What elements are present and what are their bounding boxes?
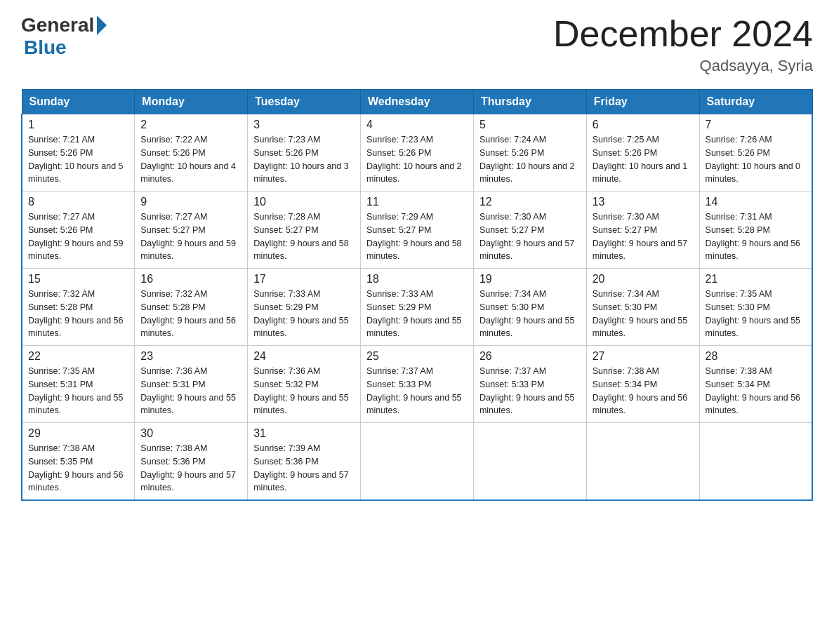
calendar-cell: 28Sunrise: 7:38 AMSunset: 5:34 PMDayligh… xyxy=(699,346,812,423)
day-info: Sunrise: 7:32 AMSunset: 5:28 PMDaylight:… xyxy=(28,288,128,340)
day-number: 25 xyxy=(366,350,468,363)
week-row-5: 29Sunrise: 7:38 AMSunset: 5:35 PMDayligh… xyxy=(22,423,812,500)
week-row-3: 15Sunrise: 7:32 AMSunset: 5:28 PMDayligh… xyxy=(22,269,812,346)
day-info: Sunrise: 7:23 AMSunset: 5:26 PMDaylight:… xyxy=(366,133,468,186)
calendar-cell: 17Sunrise: 7:33 AMSunset: 5:29 PMDayligh… xyxy=(248,269,361,346)
day-info: Sunrise: 7:26 AMSunset: 5:26 PMDaylight:… xyxy=(706,133,806,186)
day-number: 5 xyxy=(479,119,581,131)
day-header-wednesday: Wednesday xyxy=(361,90,474,114)
day-number: 24 xyxy=(253,350,355,363)
week-row-1: 1Sunrise: 7:21 AMSunset: 5:26 PMDaylight… xyxy=(22,114,812,192)
calendar-table: SundayMondayTuesdayWednesdayThursdayFrid… xyxy=(21,89,813,501)
day-info: Sunrise: 7:28 AMSunset: 5:27 PMDaylight:… xyxy=(253,210,355,263)
day-number: 6 xyxy=(593,119,694,131)
calendar-cell: 1Sunrise: 7:21 AMSunset: 5:26 PMDaylight… xyxy=(22,114,135,192)
day-number: 8 xyxy=(28,196,128,208)
day-number: 17 xyxy=(253,273,355,286)
day-header-friday: Friday xyxy=(586,90,699,114)
day-number: 20 xyxy=(593,273,694,286)
day-info: Sunrise: 7:22 AMSunset: 5:26 PMDaylight:… xyxy=(140,133,241,186)
week-row-2: 8Sunrise: 7:27 AMSunset: 5:26 PMDaylight… xyxy=(22,192,812,269)
title-section: December 2024 Qadsayya, Syria xyxy=(553,14,813,75)
day-number: 19 xyxy=(479,273,581,286)
calendar-cell xyxy=(586,423,699,500)
calendar-cell: 19Sunrise: 7:34 AMSunset: 5:30 PMDayligh… xyxy=(473,269,586,346)
day-info: Sunrise: 7:21 AMSunset: 5:26 PMDaylight:… xyxy=(28,133,128,186)
day-info: Sunrise: 7:35 AMSunset: 5:30 PMDaylight:… xyxy=(706,288,806,340)
day-info: Sunrise: 7:39 AMSunset: 5:36 PMDaylight:… xyxy=(253,442,355,495)
calendar-cell: 4Sunrise: 7:23 AMSunset: 5:26 PMDaylight… xyxy=(361,114,474,192)
day-number: 13 xyxy=(593,196,694,208)
calendar-cell: 23Sunrise: 7:36 AMSunset: 5:31 PMDayligh… xyxy=(135,346,248,423)
day-info: Sunrise: 7:33 AMSunset: 5:29 PMDaylight:… xyxy=(366,288,468,340)
calendar-cell: 25Sunrise: 7:37 AMSunset: 5:33 PMDayligh… xyxy=(361,346,474,423)
calendar-cell: 22Sunrise: 7:35 AMSunset: 5:31 PMDayligh… xyxy=(22,346,135,423)
day-info: Sunrise: 7:37 AMSunset: 5:33 PMDaylight:… xyxy=(479,365,581,417)
day-info: Sunrise: 7:23 AMSunset: 5:26 PMDaylight:… xyxy=(253,133,355,186)
day-number: 29 xyxy=(28,427,128,440)
day-info: Sunrise: 7:34 AMSunset: 5:30 PMDaylight:… xyxy=(593,288,694,340)
day-header-thursday: Thursday xyxy=(473,90,586,114)
calendar-header: SundayMondayTuesdayWednesdayThursdayFrid… xyxy=(22,90,812,114)
calendar-cell: 7Sunrise: 7:26 AMSunset: 5:26 PMDaylight… xyxy=(699,114,812,192)
day-header-sunday: Sunday xyxy=(22,90,135,114)
calendar-cell: 2Sunrise: 7:22 AMSunset: 5:26 PMDaylight… xyxy=(135,114,248,192)
day-info: Sunrise: 7:36 AMSunset: 5:31 PMDaylight:… xyxy=(140,365,241,417)
day-number: 31 xyxy=(253,427,355,440)
day-number: 28 xyxy=(706,350,806,363)
day-info: Sunrise: 7:29 AMSunset: 5:27 PMDaylight:… xyxy=(366,210,468,263)
calendar-cell: 29Sunrise: 7:38 AMSunset: 5:35 PMDayligh… xyxy=(22,423,135,500)
day-number: 18 xyxy=(366,273,468,286)
day-info: Sunrise: 7:36 AMSunset: 5:32 PMDaylight:… xyxy=(253,365,355,417)
day-header-tuesday: Tuesday xyxy=(248,90,361,114)
calendar-cell: 16Sunrise: 7:32 AMSunset: 5:28 PMDayligh… xyxy=(135,269,248,346)
day-info: Sunrise: 7:35 AMSunset: 5:31 PMDaylight:… xyxy=(28,365,128,417)
day-number: 26 xyxy=(479,350,581,363)
day-number: 3 xyxy=(253,119,355,131)
month-title: December 2024 xyxy=(553,14,813,54)
calendar-cell: 5Sunrise: 7:24 AMSunset: 5:26 PMDaylight… xyxy=(473,114,586,192)
day-number: 11 xyxy=(366,196,468,208)
day-info: Sunrise: 7:38 AMSunset: 5:34 PMDaylight:… xyxy=(593,365,694,417)
day-number: 14 xyxy=(706,196,806,208)
day-info: Sunrise: 7:38 AMSunset: 5:36 PMDaylight:… xyxy=(140,442,241,495)
calendar-cell: 27Sunrise: 7:38 AMSunset: 5:34 PMDayligh… xyxy=(586,346,699,423)
calendar-cell xyxy=(699,423,812,500)
day-info: Sunrise: 7:24 AMSunset: 5:26 PMDaylight:… xyxy=(479,133,581,186)
logo-general-text: General xyxy=(21,14,94,36)
day-number: 4 xyxy=(366,119,468,131)
logo: General Blue xyxy=(21,14,107,59)
calendar-cell: 6Sunrise: 7:25 AMSunset: 5:26 PMDaylight… xyxy=(586,114,699,192)
calendar-cell: 21Sunrise: 7:35 AMSunset: 5:30 PMDayligh… xyxy=(699,269,812,346)
calendar-cell: 26Sunrise: 7:37 AMSunset: 5:33 PMDayligh… xyxy=(473,346,586,423)
day-number: 30 xyxy=(140,427,241,440)
calendar-cell: 30Sunrise: 7:38 AMSunset: 5:36 PMDayligh… xyxy=(135,423,248,500)
day-number: 15 xyxy=(28,273,128,286)
day-number: 21 xyxy=(706,273,806,286)
day-info: Sunrise: 7:38 AMSunset: 5:35 PMDaylight:… xyxy=(28,442,128,495)
logo-arrow-icon xyxy=(97,15,107,35)
calendar-cell: 8Sunrise: 7:27 AMSunset: 5:26 PMDaylight… xyxy=(22,192,135,269)
day-info: Sunrise: 7:37 AMSunset: 5:33 PMDaylight:… xyxy=(366,365,468,417)
calendar-cell: 18Sunrise: 7:33 AMSunset: 5:29 PMDayligh… xyxy=(361,269,474,346)
calendar-cell xyxy=(473,423,586,500)
calendar-cell: 15Sunrise: 7:32 AMSunset: 5:28 PMDayligh… xyxy=(22,269,135,346)
day-header-saturday: Saturday xyxy=(699,90,812,114)
day-header-monday: Monday xyxy=(135,90,248,114)
calendar-cell: 20Sunrise: 7:34 AMSunset: 5:30 PMDayligh… xyxy=(586,269,699,346)
calendar-cell: 14Sunrise: 7:31 AMSunset: 5:28 PMDayligh… xyxy=(699,192,812,269)
location-label: Qadsayya, Syria xyxy=(553,57,813,75)
day-info: Sunrise: 7:34 AMSunset: 5:30 PMDaylight:… xyxy=(479,288,581,340)
day-number: 10 xyxy=(253,196,355,208)
calendar-cell: 31Sunrise: 7:39 AMSunset: 5:36 PMDayligh… xyxy=(248,423,361,500)
day-number: 2 xyxy=(140,119,241,131)
day-info: Sunrise: 7:32 AMSunset: 5:28 PMDaylight:… xyxy=(140,288,241,340)
day-info: Sunrise: 7:33 AMSunset: 5:29 PMDaylight:… xyxy=(253,288,355,340)
day-info: Sunrise: 7:38 AMSunset: 5:34 PMDaylight:… xyxy=(706,365,806,417)
day-header-row: SundayMondayTuesdayWednesdayThursdayFrid… xyxy=(22,90,812,114)
day-number: 9 xyxy=(140,196,241,208)
day-number: 7 xyxy=(706,119,806,131)
day-number: 12 xyxy=(479,196,581,208)
week-row-4: 22Sunrise: 7:35 AMSunset: 5:31 PMDayligh… xyxy=(22,346,812,423)
calendar-cell: 3Sunrise: 7:23 AMSunset: 5:26 PMDaylight… xyxy=(248,114,361,192)
